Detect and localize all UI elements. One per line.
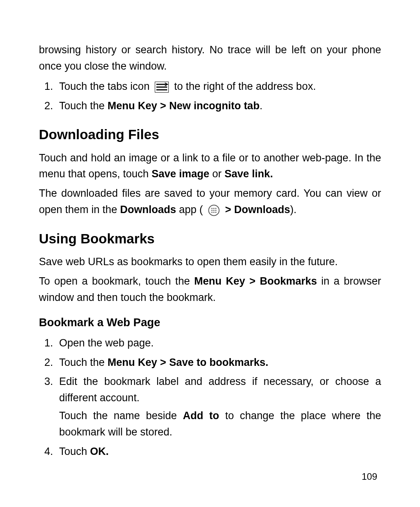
step-text: Touch the name beside Add to to change t… (59, 408, 381, 441)
page-number: 109 (362, 469, 377, 484)
step-text-bold: OK. (90, 446, 109, 457)
bookmarks-paragraph-1: Save web URLs as bookmarks to open them … (39, 254, 381, 270)
step-text-bold: Menu Key > Save to bookmarks. (108, 357, 268, 368)
text-bold: > Downloads (225, 204, 290, 215)
text: or (209, 168, 224, 180)
step-text: Edit the bookmark label and address if n… (59, 374, 381, 406)
list-item: Edit the bookmark label and address if n… (56, 374, 381, 440)
apps-grid-icon (208, 205, 220, 216)
step-text: Touch the tabs icon (59, 80, 152, 92)
list-item: Touch the Menu Key > New incognito tab. (56, 98, 381, 114)
step-text: to the right of the address box. (174, 80, 316, 92)
downloading-paragraph-2: The downloaded files are saved to your m… (39, 185, 381, 218)
text-bold: Save link. (224, 168, 273, 180)
text: To open a bookmark, touch the (39, 275, 194, 287)
step-text: Touch the (59, 100, 108, 112)
svg-point-11 (212, 212, 213, 213)
downloading-paragraph-1: Touch and hold an image or a link to a f… (39, 150, 381, 183)
text: Touch the name beside (59, 410, 183, 421)
svg-point-12 (214, 212, 215, 213)
heading-bookmark-a-web-page: Bookmark a Web Page (39, 314, 381, 331)
text-bold: Menu Key > Bookmarks (194, 275, 317, 287)
svg-point-6 (214, 208, 215, 209)
list-item: Open the web page. (56, 335, 381, 351)
text: ). (290, 204, 297, 215)
step-text: Touch (59, 446, 90, 457)
bookmarks-paragraph-2: To open a bookmark, touch the Menu Key >… (39, 273, 381, 306)
heading-downloading-files: Downloading Files (39, 124, 381, 145)
list-item: Touch the tabs icon to the right of the … (56, 79, 381, 95)
list-item: Touch OK. (56, 444, 381, 460)
step-text-bold: Menu Key > New incognito tab (108, 100, 260, 112)
bookmark-steps-list: Open the web page. Touch the Menu Key > … (39, 335, 381, 460)
text-bold: Save image (152, 168, 210, 180)
list-item: Touch the Menu Key > Save to bookmarks. (56, 355, 381, 371)
svg-point-5 (212, 208, 213, 209)
tabs-icon (155, 82, 169, 93)
svg-point-13 (215, 212, 217, 213)
text-bold: Downloads (120, 204, 176, 215)
svg-point-10 (215, 210, 217, 211)
incognito-steps-list: Touch the tabs icon to the right of the … (39, 79, 381, 114)
step-text: . (259, 100, 262, 112)
svg-point-7 (215, 208, 217, 209)
svg-point-8 (212, 210, 213, 211)
text: app ( (176, 204, 206, 215)
heading-using-bookmarks: Using Bookmarks (39, 228, 381, 249)
step-text: Open the web page. (59, 337, 154, 349)
intro-paragraph: browsing history or search history. No t… (39, 42, 381, 75)
manual-page: browsing history or search history. No t… (0, 0, 420, 507)
step-text: Touch the (59, 357, 108, 368)
svg-point-9 (214, 210, 215, 211)
text-bold: Add to (183, 410, 219, 421)
